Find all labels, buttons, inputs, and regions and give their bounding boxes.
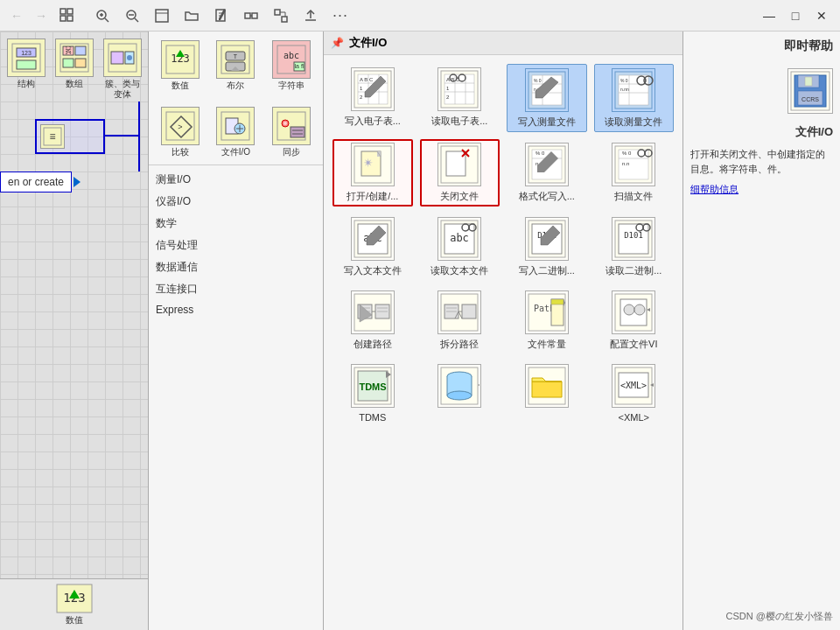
window-button[interactable] [150, 4, 173, 27]
scan-file-label: 扫描文件 [614, 190, 653, 202]
format-write-icon: % 0 n.n [525, 143, 569, 186]
svg-rect-2 [60, 16, 66, 21]
sidebar-signal-processing[interactable]: 信号处理 [149, 234, 323, 256]
palette-item-string[interactable]: abc la fl 字符串 [265, 37, 318, 94]
palette-array[interactable]: 8 1 2 3 4 数组 [52, 35, 96, 103]
node-icon: ≡ [40, 124, 65, 149]
dialog-write-binary[interactable]: D101 写入二进制... [507, 214, 587, 280]
close-file-label: 关闭文件 [440, 190, 479, 202]
dialog-close-file[interactable]: 关闭文件 [420, 139, 500, 206]
file-io-dialog: 📌 文件I/O A B C 1 [324, 32, 682, 630]
dialog-scan-file[interactable]: % 0 n.n 扫描文件 [594, 139, 675, 206]
close-button[interactable]: ✕ [810, 4, 833, 27]
toolbar-icons: ··· [91, 4, 352, 27]
canvas-panel: ≡ en or create 123 [0, 32, 149, 630]
forward-button[interactable]: → [32, 6, 51, 25]
split-path-icon [438, 290, 481, 334]
palette-item-fileio[interactable]: 文件I/O [210, 103, 262, 161]
dialog-read-measurement[interactable]: % 0 n.nn 读取测量文件 [594, 64, 675, 132]
sidebar-numeric[interactable]: 123 数值 [0, 579, 148, 630]
dialog-read-text[interactable]: abc 读取文本文件 [420, 214, 500, 280]
dialog-database[interactable] [420, 360, 500, 427]
write-spreadsheet-label: 写入电子表... [345, 115, 401, 127]
open-create-node[interactable]: en or create [0, 172, 80, 192]
palette-cluster[interactable]: 簇、类与变体 [100, 35, 144, 103]
dialog-split-path[interactable]: 拆分路径 [420, 287, 500, 354]
palette-struct[interactable]: 123 结构 [4, 35, 48, 103]
sidebar-express[interactable]: Express [149, 300, 323, 319]
svg-point-64 [284, 122, 287, 125]
svg-text:✴: ✴ [363, 156, 374, 170]
file-const-label: 文件常量 [528, 338, 566, 350]
read-binary-icon: D101 [612, 217, 655, 261]
link-button[interactable] [240, 4, 262, 27]
upload-button[interactable] [299, 4, 322, 27]
dialog-format-write[interactable]: % 0 n.n 格式化写入... [507, 139, 587, 206]
read-spreadsheet-icon: A B C 1 2 [438, 67, 481, 111]
grid-view-button[interactable] [56, 4, 79, 27]
dialog-xml[interactable]: <XML> <XML> [594, 360, 675, 427]
palette-sync-label: 同步 [283, 147, 300, 158]
svg-point-167 [634, 304, 645, 315]
palette-numeric-label: 数值 [66, 614, 83, 626]
help-description: 打开和关闭文件、中创建指定的目息。将字符串、件。 [683, 144, 840, 179]
zoom-in-button[interactable] [91, 4, 114, 27]
dialog-file-const[interactable]: Path 文件常量 [507, 287, 587, 354]
minimize-button[interactable]: — [758, 4, 780, 27]
open-create-icon: ✴ [351, 143, 395, 186]
svg-rect-34 [75, 46, 86, 55]
svg-text:≡: ≡ [49, 130, 55, 143]
svg-text:abc: abc [450, 232, 469, 244]
dialog-read-binary[interactable]: D101 读取二进制... [594, 214, 675, 280]
sidebar-measurement-io[interactable]: 测量I/O [149, 169, 323, 191]
palette-item-sync[interactable]: 同步 [265, 103, 318, 161]
tdms-label: TDMS [359, 411, 386, 424]
dialog-write-text[interactable]: abc 写入文本文件 [332, 214, 413, 280]
sidebar-instrument-io[interactable]: 仪器I/O [149, 191, 323, 213]
folder-icon [525, 364, 569, 408]
frame-button[interactable] [270, 4, 292, 27]
center-panel: 文件I/O 📌 文件I/O [324, 32, 682, 630]
svg-text:% 0: % 0 [534, 78, 542, 83]
sidebar-data-communication[interactable]: 数据通信 [149, 256, 323, 278]
sidebar-list: 测量I/O 仪器I/O 数学 信号处理 数据通信 互连接口 Express [149, 164, 323, 323]
dialog-write-measurement[interactable]: % 0 n.nn 写入测量文件 [507, 64, 587, 132]
svg-text:n.n: n.n [622, 161, 629, 166]
scan-file-icon: % 0 n.n [612, 143, 655, 186]
zoom-out-button[interactable] [121, 4, 144, 27]
svg-rect-16 [245, 13, 250, 18]
palette-struct-label: 结构 [18, 79, 35, 89]
dialog-folder[interactable] [507, 360, 587, 427]
file-const-icon: Path [525, 290, 569, 334]
open-create-arrow [74, 177, 80, 187]
dialog-create-path[interactable]: 创建路径 [332, 287, 413, 354]
palette-item-compare[interactable]: > 比较 [154, 103, 206, 161]
read-spreadsheet-label: 读取电子表... [431, 115, 487, 127]
dialog-read-spreadsheet[interactable]: A B C 1 2 读取电子表... [420, 64, 500, 132]
help-icon-area: CCRS [683, 61, 840, 121]
maximize-button[interactable]: □ [784, 4, 807, 27]
split-path-label: 拆分路径 [440, 338, 479, 350]
create-path-icon [351, 290, 395, 334]
dialog-write-spreadsheet[interactable]: A B C 1 2 写入电子表... [332, 64, 413, 132]
read-binary-label: 读取二进制... [606, 264, 662, 276]
dialog-config-vi[interactable]: 配置文件VI [594, 287, 675, 354]
back-button[interactable]: ← [7, 6, 26, 25]
dialog-open-create[interactable]: ✴ 打开/创建/... [332, 139, 413, 206]
folder-button[interactable] [180, 4, 203, 27]
pin-icon: 📌 [331, 37, 344, 49]
palette-item-numeric[interactable]: 123 数值 [154, 37, 206, 94]
read-text-label: 读取文本文件 [430, 264, 488, 276]
sidebar-interconnect[interactable]: 互连接口 [149, 278, 323, 300]
svg-text:123: 123 [21, 50, 32, 56]
edit-button[interactable] [210, 4, 233, 27]
palette-item-boolean[interactable]: T 布尔 [210, 37, 262, 94]
sidebar-math[interactable]: 数学 [149, 213, 323, 234]
dialog-tdms[interactable]: TDMS TDMS [332, 360, 413, 427]
main-content: ≡ en or create 123 [0, 32, 840, 630]
help-detail-link[interactable]: 细帮助信息 [683, 179, 840, 200]
more-button[interactable]: ··· [329, 4, 352, 27]
palette-boolean-label: 布尔 [227, 80, 244, 91]
read-measurement-label: 读取测量文件 [605, 116, 662, 128]
svg-text:% 0: % 0 [622, 150, 632, 156]
